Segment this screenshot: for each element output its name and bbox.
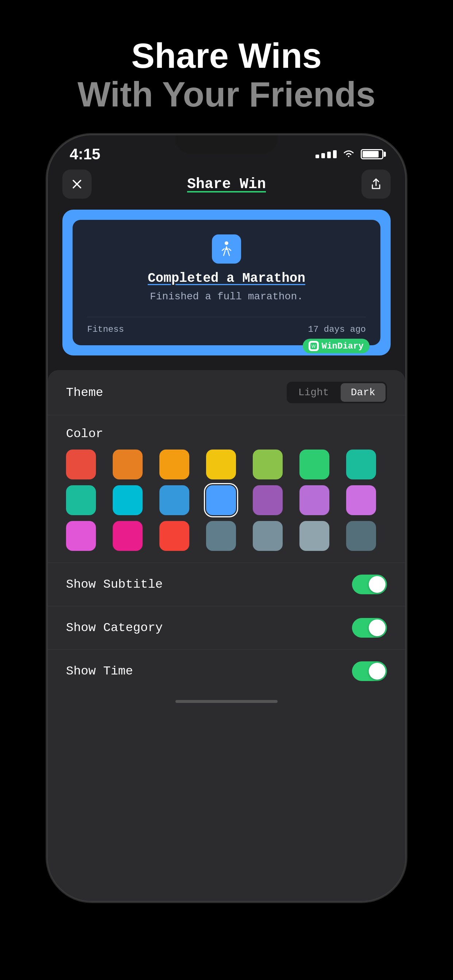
theme-row: Theme Light Dark [48,370,405,415]
page-title-line2: With Your Friends [78,75,376,114]
color-swatch-13[interactable] [346,485,376,515]
toggle-subtitle-knob [369,576,386,593]
nav-header: Share Win [48,166,405,206]
theme-light-button[interactable]: Light [288,383,339,402]
win-card-icon [212,234,241,264]
share-button[interactable] [362,170,391,199]
theme-dark-button[interactable]: Dark [341,383,386,402]
color-swatch-16[interactable] [160,521,189,551]
color-section: Color [48,415,405,563]
color-swatch-1[interactable] [113,450,143,479]
brand-name: WinDiary [322,341,364,351]
home-indicator [175,700,278,703]
show-subtitle-toggle[interactable] [352,574,387,594]
color-swatch-9[interactable] [160,485,189,515]
close-icon [70,178,83,191]
color-swatch-7[interactable] [66,485,96,515]
show-time-toggle[interactable] [352,661,387,681]
toggle-category-knob [369,619,386,636]
nav-title: Share Win [187,176,266,192]
battery-fill [362,151,379,158]
show-category-label: Show Category [66,621,163,635]
show-time-row: Show Time [48,650,405,693]
toggle-time-knob [369,663,386,679]
win-card-subtitle: Finished a full marathon. [87,291,366,302]
close-button[interactable] [62,170,91,199]
page-header: Share Wins With Your Friends [78,37,376,113]
theme-label: Theme [66,386,103,399]
share-icon [370,178,383,191]
color-swatch-11[interactable] [253,485,283,515]
color-label: Color [66,427,387,441]
color-swatch-4[interactable] [253,450,283,479]
win-card-time-ago: 17 days ago [308,325,366,334]
win-card-brand: W WinDiary [303,339,370,353]
win-card: Completed a Marathon Finished a full mar… [73,220,380,345]
color-swatch-10[interactable] [206,485,236,515]
status-icons [316,146,383,162]
color-swatch-0[interactable] [66,450,96,479]
status-time: 4:15 [70,145,100,163]
color-swatch-15[interactable] [113,521,143,551]
wifi-icon [342,146,356,162]
color-swatch-12[interactable] [300,485,329,515]
page-title-line1: Share Wins [78,37,376,75]
show-category-toggle[interactable] [352,618,387,638]
brand-icon: W [309,341,319,351]
color-swatch-19[interactable] [300,521,329,551]
phone-notch [175,135,278,153]
theme-toggle-group: Light Dark [287,382,387,403]
win-card-category: Fitness [87,325,124,334]
show-subtitle-label: Show Subtitle [66,578,163,591]
battery-icon [361,149,383,159]
win-card-meta: Fitness 17 days ago [87,317,366,334]
color-swatch-3[interactable] [206,450,236,479]
phone-frame: 4:15 [48,135,405,901]
color-swatch-2[interactable] [160,450,189,479]
color-swatch-18[interactable] [253,521,283,551]
color-swatch-8[interactable] [113,485,143,515]
color-swatch-5[interactable] [300,450,329,479]
color-swatch-6[interactable] [346,450,376,479]
win-card-wrapper: Completed a Marathon Finished a full mar… [62,210,391,355]
svg-text:W: W [311,344,316,349]
show-category-row: Show Category [48,606,405,650]
color-swatch-20[interactable] [346,521,376,551]
color-grid [66,450,387,551]
settings-panel: Theme Light Dark Color Show Subtitle [48,370,405,901]
show-subtitle-row: Show Subtitle [48,563,405,606]
show-time-label: Show Time [66,664,133,678]
phone-screen: 4:15 [48,135,405,901]
svg-point-2 [225,241,228,245]
win-card-title: Completed a Marathon [87,271,366,286]
signal-icon [316,150,337,158]
color-swatch-17[interactable] [206,521,236,551]
color-swatch-14[interactable] [66,521,96,551]
